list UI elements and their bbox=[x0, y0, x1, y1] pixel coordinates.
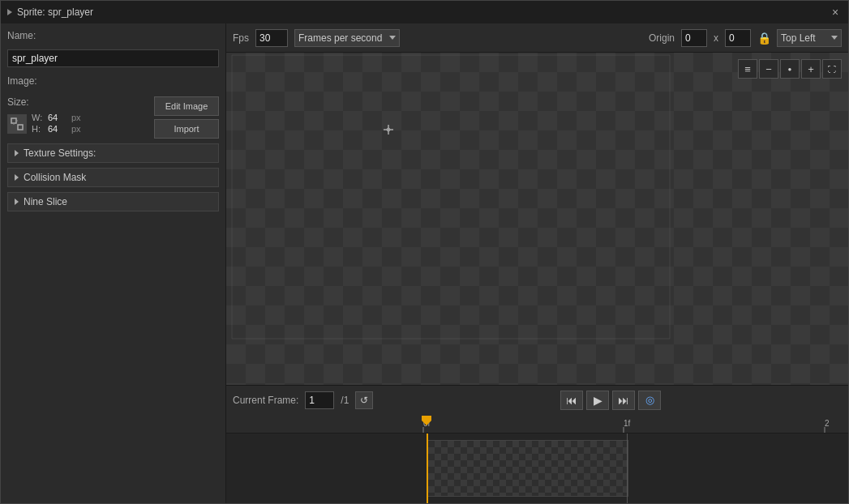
right-panel: Fps Frames per second Origin x 🔒 Top Lef… bbox=[226, 23, 848, 503]
title-bar-left: Sprite: spr_player bbox=[7, 6, 93, 18]
fps-input[interactable] bbox=[255, 29, 288, 47]
anchor-dropdown[interactable]: Top Left bbox=[777, 29, 842, 47]
fit-screen-button[interactable]: ⛶ bbox=[822, 59, 842, 79]
main-content: Name: Image: Size: bbox=[1, 23, 848, 503]
collision-mask-section[interactable]: Collision Mask bbox=[7, 168, 219, 187]
timeline-1f-line bbox=[627, 434, 628, 503]
height-px: px bbox=[71, 124, 81, 134]
timeline: 0f 1f 2 bbox=[226, 414, 848, 503]
edit-image-button[interactable]: Edit Image bbox=[154, 96, 219, 116]
main-window: Sprite: spr_player × Name: Image: Size: bbox=[0, 0, 849, 504]
size-inner: W: 64 px H: 64 px bbox=[7, 113, 148, 134]
texture-collapse-icon bbox=[15, 150, 19, 156]
play-button[interactable]: ▶ bbox=[586, 391, 609, 410]
collapse-triangle-icon[interactable] bbox=[7, 9, 12, 15]
collision-collapse-icon bbox=[15, 174, 19, 181]
texture-settings-section[interactable]: Texture Settings: bbox=[7, 143, 219, 163]
nine-slice-collapse-icon bbox=[15, 199, 19, 205]
fps-mode-label: Frames per second bbox=[298, 32, 382, 44]
name-label: Name: bbox=[7, 30, 40, 41]
nine-slice-section[interactable]: Nine Slice bbox=[7, 192, 219, 211]
origin-cross-icon bbox=[384, 124, 393, 134]
loop-icon: ↺ bbox=[360, 395, 368, 406]
onion-skin-button[interactable]: ◎ bbox=[638, 391, 661, 410]
window-title: Sprite: spr_player bbox=[17, 6, 93, 18]
collision-mask-label: Collision Mask bbox=[24, 172, 86, 183]
lock-icon[interactable]: 🔒 bbox=[757, 31, 770, 45]
texture-settings-label: Texture Settings: bbox=[24, 147, 96, 159]
canvas-menu-button[interactable]: ≡ bbox=[738, 59, 757, 79]
height-label: H: bbox=[32, 124, 45, 134]
width-px: px bbox=[71, 113, 81, 122]
bottom-controls: Current Frame: /1 ↺ ⏮ ▶ ⏭ ◎ bbox=[226, 385, 848, 414]
origin-label: Origin bbox=[649, 32, 675, 44]
toolbar: Fps Frames per second Origin x 🔒 Top Lef… bbox=[226, 23, 848, 53]
width-value: 64 bbox=[48, 113, 68, 122]
name-field-row: Name: bbox=[7, 30, 219, 41]
image-buttons: Edit Image Import bbox=[154, 96, 219, 139]
current-frame-label: Current Frame: bbox=[233, 395, 298, 406]
import-button[interactable]: Import bbox=[154, 119, 219, 139]
loop-button[interactable]: ↺ bbox=[355, 391, 373, 409]
size-content: Size: bbox=[7, 96, 148, 134]
height-row: H: 64 px bbox=[32, 124, 81, 134]
canvas-area: ≡ − ● + ⛶ bbox=[226, 53, 848, 385]
close-button[interactable]: × bbox=[829, 6, 842, 19]
prev-first-button[interactable]: ⏮ bbox=[560, 391, 583, 410]
anchor-dropdown-arrow-icon bbox=[831, 36, 838, 40]
svg-rect-1 bbox=[18, 125, 23, 130]
timeline-ruler: 0f 1f 2 bbox=[226, 414, 848, 434]
size-section: Size: bbox=[7, 96, 219, 139]
width-label: W: bbox=[32, 113, 45, 122]
timeline-content bbox=[226, 434, 848, 503]
svg-text:2: 2 bbox=[825, 419, 830, 428]
anchor-label: Top Left bbox=[781, 32, 816, 44]
size-values: W: 64 px H: 64 px bbox=[32, 113, 81, 134]
svg-rect-7 bbox=[226, 53, 848, 385]
origin-y-input[interactable] bbox=[725, 29, 751, 47]
svg-text:1f: 1f bbox=[624, 419, 631, 428]
width-row: W: 64 px bbox=[32, 113, 81, 122]
title-bar: Sprite: spr_player × bbox=[1, 1, 848, 23]
canvas-checker bbox=[226, 53, 848, 385]
frame-total: /1 bbox=[341, 395, 349, 406]
size-label: Size: bbox=[7, 96, 148, 108]
size-icon bbox=[7, 114, 27, 134]
timeline-playhead bbox=[427, 434, 428, 503]
zoom-in-button[interactable]: + bbox=[801, 59, 821, 79]
image-field-row: Image: bbox=[7, 75, 219, 88]
fps-label: Fps bbox=[233, 32, 249, 44]
image-label: Image: bbox=[7, 75, 37, 87]
name-input[interactable] bbox=[7, 49, 219, 67]
sidebar: Name: Image: Size: bbox=[1, 23, 226, 503]
frame-input[interactable] bbox=[305, 391, 334, 409]
canvas-tools: ≡ − ● + ⛶ bbox=[738, 59, 842, 79]
ruler-svg: 0f 1f 2 bbox=[226, 414, 848, 433]
playback-controls: ⏮ ▶ ⏭ ◎ bbox=[560, 391, 661, 410]
fps-dropdown-arrow-icon bbox=[389, 36, 396, 40]
nine-slice-label: Nine Slice bbox=[24, 196, 67, 207]
frame-strip[interactable] bbox=[427, 440, 628, 497]
name-input-row bbox=[7, 49, 219, 67]
origin-x-label: x bbox=[714, 32, 718, 44]
zoom-reset-button[interactable]: ● bbox=[780, 59, 800, 79]
next-last-button[interactable]: ⏭ bbox=[612, 391, 635, 410]
origin-x-input[interactable] bbox=[681, 29, 707, 47]
fps-mode-dropdown[interactable]: Frames per second bbox=[294, 29, 400, 47]
height-value: 64 bbox=[48, 124, 68, 134]
svg-rect-0 bbox=[11, 118, 16, 123]
zoom-out-button[interactable]: − bbox=[759, 59, 778, 79]
